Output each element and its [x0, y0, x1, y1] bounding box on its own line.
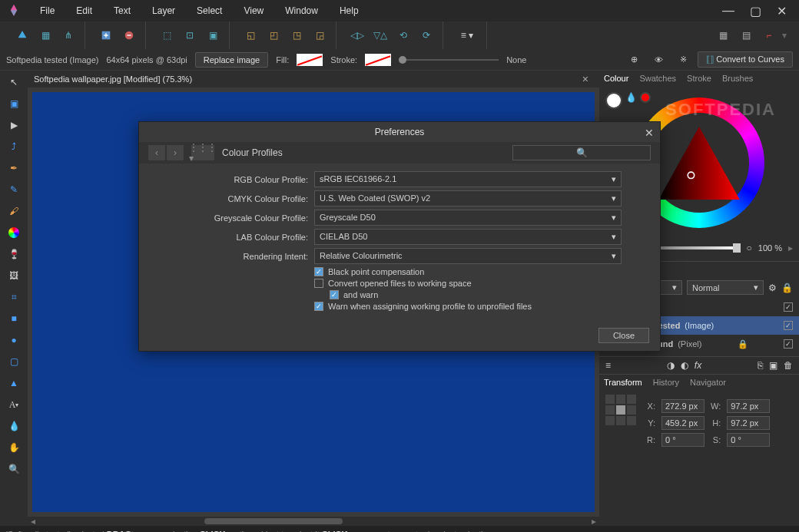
grid-toggle-icon[interactable]: ▦ — [35, 25, 55, 45]
y-field[interactable]: 459.2 px — [661, 416, 705, 430]
flip-v-icon[interactable]: ▽△ — [370, 25, 390, 45]
tab-stroke[interactable]: Stroke — [687, 74, 711, 83]
h-field[interactable]: 97.2 px — [727, 416, 770, 430]
menu-file[interactable]: File — [31, 2, 64, 19]
minimize-icon[interactable]: — — [722, 4, 734, 18]
pencil-tool-icon[interactable]: ✎ — [4, 181, 24, 198]
close-icon[interactable]: ✕ — [777, 4, 787, 18]
eye-icon[interactable]: 👁 — [648, 50, 668, 70]
fill-swatch[interactable] — [297, 54, 323, 66]
arrange-4-icon[interactable]: ◲ — [310, 25, 330, 45]
stroke-width-slider[interactable] — [399, 59, 499, 61]
transparency-tool-icon[interactable]: 🍷 — [4, 246, 24, 263]
mask-icon[interactable]: ◑ — [667, 360, 675, 371]
snap-grid-icon[interactable]: ▦ — [713, 25, 733, 45]
nav-forward-icon[interactable]: › — [167, 145, 184, 160]
snap-magnet-icon[interactable]: ⌐ — [759, 25, 779, 45]
menu-text[interactable]: Text — [104, 2, 140, 19]
marquee-3-icon[interactable]: ▣ — [203, 25, 223, 45]
tab-swatches[interactable]: Swatches — [639, 74, 676, 83]
nodes-icon[interactable]: ⋔ — [58, 25, 78, 45]
brush-tool-icon[interactable]: 🖌 — [4, 203, 24, 220]
remove-layer-icon[interactable] — [119, 25, 139, 45]
layers-menu-icon[interactable]: ≡ — [605, 360, 611, 371]
gear-icon[interactable]: ⚙ — [768, 283, 777, 293]
add-layer-icon[interactable] — [96, 25, 116, 45]
stroke-swatch[interactable] — [365, 54, 391, 66]
snap-icon[interactable]: ※ — [673, 50, 693, 70]
anchor-selector[interactable] — [605, 395, 636, 425]
search-input[interactable]: 🔍 — [512, 145, 651, 160]
rectangle-tool-icon[interactable]: ■ — [4, 310, 24, 327]
nav-back-icon[interactable]: ‹ — [148, 145, 165, 160]
convert-curves-button[interactable]: ⟦⟧ Convert to Curves — [698, 51, 793, 68]
tab-transform[interactable]: Transform — [604, 378, 642, 387]
grid-view-icon[interactable]: ⋮⋮⋮ ▾ — [191, 145, 214, 160]
menu-window[interactable]: Window — [276, 2, 327, 19]
arrange-1-icon[interactable]: ◱ — [240, 25, 260, 45]
blend-mode-dropdown[interactable]: Normal▾ — [687, 280, 764, 295]
tab-brushes[interactable]: Brushes — [722, 74, 753, 83]
fill-colour-swatch[interactable] — [605, 92, 622, 109]
tab-history[interactable]: History — [653, 378, 679, 387]
persona-designer-icon[interactable] — [12, 25, 32, 45]
lock-icon[interactable]: 🔒 — [781, 283, 793, 293]
menu-view[interactable]: View — [234, 2, 273, 19]
target-icon[interactable]: ⊕ — [624, 50, 644, 70]
maximize-icon[interactable]: ▢ — [750, 4, 761, 18]
marquee-1-icon[interactable]: ⬚ — [157, 25, 177, 45]
triangle-tool-icon[interactable]: ▲ — [4, 375, 24, 392]
lock-icon[interactable]: 🔒 — [738, 339, 748, 349]
eyedropper-icon[interactable]: 💧 — [625, 92, 637, 109]
close-button[interactable]: Close — [598, 328, 649, 343]
text-tool-icon[interactable]: A▾ — [4, 396, 24, 413]
horizontal-scrollbar[interactable]: ◂ ▸ — [28, 517, 599, 526]
form-dropdown[interactable]: Relative Colourimetric▾ — [314, 248, 622, 264]
tab-navigator[interactable]: Navigator — [690, 378, 726, 387]
rounded-rect-tool-icon[interactable]: ▢ — [4, 353, 24, 370]
crop-tool-icon[interactable]: ⌗ — [4, 289, 24, 306]
align-dropdown[interactable]: ≡ ▾ — [454, 25, 480, 45]
tab-close-icon[interactable]: × — [578, 73, 593, 85]
s-field[interactable]: 0 ° — [727, 433, 770, 447]
visibility-checkbox[interactable] — [784, 321, 793, 330]
form-dropdown[interactable]: sRGB IEC61966-2.1▾ — [314, 171, 622, 187]
menu-layer[interactable]: Layer — [143, 2, 184, 19]
ellipse-tool-icon[interactable]: ● — [4, 332, 24, 349]
eyedropper-tool-icon[interactable]: 💧 — [4, 418, 24, 435]
flip-h-icon[interactable]: ◁▷ — [347, 25, 367, 45]
place-tool-icon[interactable]: 🖼 — [4, 267, 24, 284]
marquee-2-icon[interactable]: ⊡ — [180, 25, 200, 45]
checkbox[interactable] — [330, 290, 339, 299]
visibility-checkbox[interactable] — [784, 339, 793, 349]
trash-icon[interactable]: 🗑 — [784, 360, 793, 371]
dialog-close-icon[interactable]: ✕ — [645, 127, 654, 139]
pen-tool-icon[interactable]: ✒ — [4, 160, 24, 177]
checkbox[interactable] — [314, 267, 323, 276]
r-field[interactable]: 0 ° — [661, 433, 705, 447]
group-icon[interactable]: ▣ — [769, 360, 777, 371]
form-dropdown[interactable]: CIELAB D50▾ — [314, 229, 622, 245]
duplicate-icon[interactable]: ⎘ — [758, 360, 763, 371]
tab-colour[interactable]: Colour — [604, 74, 628, 83]
adjustment-icon[interactable]: ◐ — [681, 360, 688, 371]
arrange-2-icon[interactable]: ◰ — [264, 25, 283, 45]
menu-select[interactable]: Select — [187, 2, 231, 19]
x-field[interactable]: 272.9 px — [661, 399, 705, 413]
visibility-checkbox[interactable] — [784, 302, 793, 312]
arrange-3-icon[interactable]: ◳ — [287, 25, 307, 45]
fx-icon[interactable]: fx — [695, 360, 701, 371]
rotate-l-icon[interactable]: ⟲ — [393, 25, 413, 45]
scroll-thumb[interactable] — [204, 518, 343, 524]
opacity-value[interactable]: 100 % — [758, 243, 782, 253]
replace-image-button[interactable]: Replace image — [195, 52, 268, 68]
menu-help[interactable]: Help — [330, 2, 368, 19]
form-dropdown[interactable]: U.S. Web Coated (SWOP) v2▾ — [314, 190, 622, 207]
snap-baseline-icon[interactable]: ▤ — [736, 25, 756, 45]
rotate-r-icon[interactable]: ⟳ — [416, 25, 436, 45]
gradient-tool-icon[interactable] — [4, 224, 24, 241]
artboard-tool-icon[interactable]: ▣ — [4, 95, 24, 112]
hand-tool-icon[interactable]: ✋ — [4, 439, 24, 456]
form-dropdown[interactable]: Greyscale D50▾ — [314, 210, 622, 226]
opacity-handle-icon[interactable]: ○ — [747, 243, 752, 253]
